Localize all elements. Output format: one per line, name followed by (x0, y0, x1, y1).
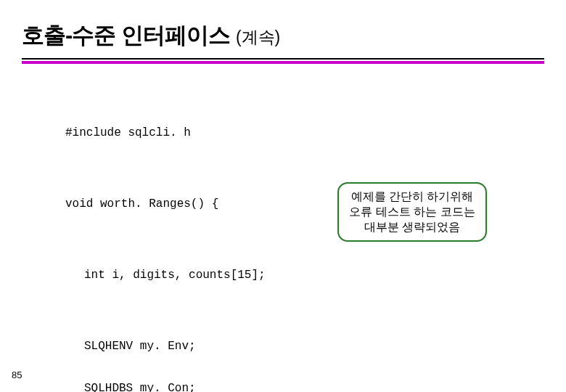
callout-line: 대부분 생략되었음 (346, 220, 478, 235)
code-block: #include sqlcli. h void worth. Ranges() … (65, 104, 544, 392)
callout-line: 예제를 간단히 하기위해 (346, 189, 478, 205)
divider-magenta (22, 61, 544, 64)
code-line: int i, digits, counts[15]; (65, 269, 544, 281)
callout-line: 오류 테스트 하는 코드는 (346, 205, 478, 220)
code-line: SQLHDBS my. Con; (65, 383, 544, 392)
divider-black (22, 58, 544, 60)
title-row: 호출-수준 인터페이스 (계속) (22, 20, 544, 51)
code-line: #include sqlcli. h (65, 127, 544, 139)
title-main: 호출-수준 인터페이스 (22, 20, 230, 51)
page-number: 85 (12, 369, 22, 380)
slide: 호출-수준 인터페이스 (계속) #include sqlcli. h void… (0, 0, 566, 392)
callout-box: 예제를 간단히 하기위해 오류 테스트 하는 코드는 대부분 생략되었음 (337, 182, 487, 242)
code-line: SLQHENV my. Env; (65, 340, 544, 352)
title-sub: (계속) (236, 26, 280, 49)
